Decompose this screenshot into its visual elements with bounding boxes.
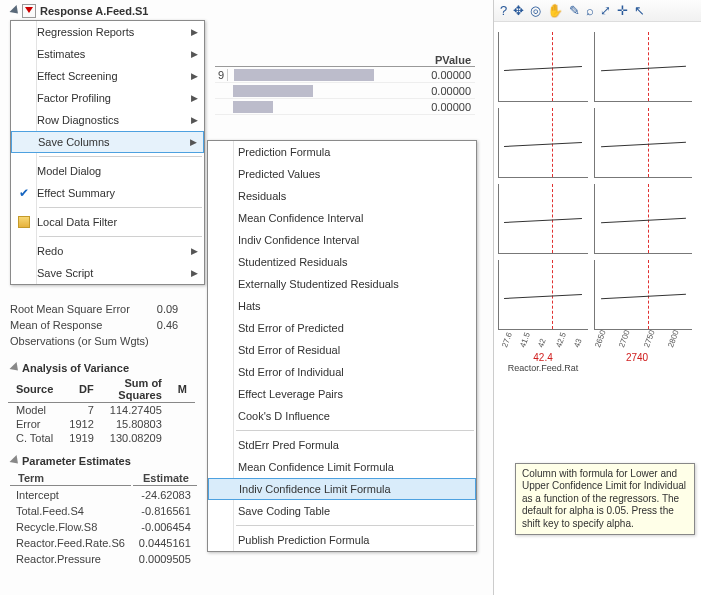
chart-panel[interactable] bbox=[498, 260, 588, 330]
param-table: TermEstimate Intercept-24.62083 Total.Fe… bbox=[8, 469, 199, 568]
grabber-icon[interactable]: ✋ bbox=[547, 3, 563, 18]
summary-of-fit: Root Mean Square Error0.09 Mean of Respo… bbox=[8, 300, 186, 350]
lasso-icon[interactable]: ⌕ bbox=[586, 3, 594, 18]
bar bbox=[234, 69, 374, 81]
row-frag: 9 bbox=[215, 69, 228, 81]
mean-val: 0.46 bbox=[157, 318, 184, 332]
cell: 1919 bbox=[61, 431, 101, 445]
chart-panel[interactable] bbox=[498, 32, 588, 102]
current-x-right[interactable]: 2740 bbox=[588, 352, 686, 363]
hotspot-icon[interactable] bbox=[22, 4, 36, 18]
cell: -0.816561 bbox=[133, 504, 197, 518]
filter-icon bbox=[18, 216, 30, 228]
effect-summary-background: PValue 90.00000 0.00000 0.00000 bbox=[215, 54, 475, 115]
disclosure-icon bbox=[9, 5, 21, 17]
graph-toolbar: ? ✥ ◎ ✋ ✎ ⌕ ⤢ ✛ ↖ bbox=[494, 0, 701, 22]
menu-prediction-formula[interactable]: Prediction Formula bbox=[208, 141, 476, 163]
anova-table: Source DF Sum ofSquares M Model7114.2740… bbox=[8, 376, 195, 445]
menu-stderr-predicted[interactable]: Std Error of Predicted bbox=[208, 317, 476, 339]
anova-title: Analysis of Variance bbox=[22, 362, 129, 374]
col-m: M bbox=[170, 376, 195, 403]
col-ss: Sum ofSquares bbox=[102, 376, 170, 403]
axis-name-right bbox=[588, 363, 686, 373]
arrow-icon[interactable]: ✥ bbox=[513, 3, 524, 18]
col-source: Source bbox=[8, 376, 61, 403]
menu-effect-screening[interactable]: Effect Screening▶ bbox=[11, 65, 204, 87]
menu-save-coding-table[interactable]: Save Coding Table bbox=[208, 500, 476, 522]
selection-icon[interactable]: ↖ bbox=[634, 3, 645, 18]
response-title: Response A.Feed.S1 bbox=[40, 5, 148, 17]
cell: 1912 bbox=[61, 417, 101, 431]
axis-name-left: Reactor.Feed.Rat bbox=[498, 363, 588, 373]
chart-panel[interactable] bbox=[498, 184, 588, 254]
cell: Total.Feed.S4 bbox=[10, 504, 131, 518]
x-ticks-left: 27.6 41.5 42 42.5 43 bbox=[498, 330, 588, 348]
menu-stderr-pred-formula[interactable]: StdErr Pred Formula bbox=[208, 434, 476, 456]
menu-ext-studentized-residuals[interactable]: Externally Studentized Residuals bbox=[208, 273, 476, 295]
menu-estimates[interactable]: Estimates▶ bbox=[11, 43, 204, 65]
cell: 7 bbox=[61, 403, 101, 418]
menu-stderr-residual[interactable]: Std Error of Residual bbox=[208, 339, 476, 361]
help-icon[interactable]: ? bbox=[500, 3, 507, 18]
menu-redo[interactable]: Redo▶ bbox=[11, 240, 204, 262]
menu-effect-leverage-pairs[interactable]: Effect Leverage Pairs bbox=[208, 383, 476, 405]
menu-row-diagnostics[interactable]: Row Diagnostics▶ bbox=[11, 109, 204, 131]
pvalue: 0.00000 bbox=[431, 69, 475, 81]
cell: Error bbox=[8, 417, 61, 431]
menu-indiv-ci[interactable]: Indiv Confidence Interval bbox=[208, 229, 476, 251]
cell: -0.006454 bbox=[133, 520, 197, 534]
col-est: Estimate bbox=[133, 471, 197, 486]
response-header[interactable]: Response A.Feed.S1 bbox=[8, 2, 485, 20]
menu-save-script[interactable]: Save Script▶ bbox=[11, 262, 204, 284]
disclosure-icon bbox=[9, 455, 21, 467]
mean-label: Mean of Response bbox=[10, 318, 155, 332]
menu-predicted-values[interactable]: Predicted Values bbox=[208, 163, 476, 185]
save-columns-submenu: Prediction Formula Predicted Values Resi… bbox=[207, 140, 477, 552]
cell: Intercept bbox=[10, 488, 131, 502]
chart-panel[interactable] bbox=[594, 260, 692, 330]
magnifier-icon[interactable]: ⤢ bbox=[600, 3, 611, 18]
obs-label: Observations (or Sum Wgts) bbox=[10, 334, 155, 348]
cell: Reactor.Feed.Rate.S6 bbox=[10, 536, 131, 550]
rmse-label: Root Mean Square Error bbox=[10, 302, 155, 316]
bar bbox=[233, 85, 313, 97]
cell: Reactor.Pressure bbox=[10, 552, 131, 566]
check-icon: ✔ bbox=[19, 186, 29, 200]
response-context-menu: Regression Reports▶ Estimates▶ Effect Sc… bbox=[10, 20, 205, 285]
cell: Recycle.Flow.S8 bbox=[10, 520, 131, 534]
chart-panel[interactable] bbox=[498, 108, 588, 178]
col-term: Term bbox=[10, 471, 131, 486]
menu-effect-summary[interactable]: ✔Effect Summary bbox=[11, 182, 204, 204]
cell: Model bbox=[8, 403, 61, 418]
cell: 0.0009505 bbox=[133, 552, 197, 566]
menu-hats[interactable]: Hats bbox=[208, 295, 476, 317]
menu-save-columns[interactable]: Save Columns▶ bbox=[11, 131, 204, 153]
disclosure-icon bbox=[9, 362, 21, 374]
chart-panel[interactable] bbox=[594, 32, 692, 102]
menu-mean-ci[interactable]: Mean Confidence Interval bbox=[208, 207, 476, 229]
menu-studentized-residuals[interactable]: Studentized Residuals bbox=[208, 251, 476, 273]
menu-publish-prediction-formula[interactable]: Publish Prediction Formula bbox=[208, 529, 476, 551]
current-x-left[interactable]: 42.4 bbox=[498, 352, 588, 363]
menu-mean-cl-formula[interactable]: Mean Confidence Limit Formula bbox=[208, 456, 476, 478]
cell: 0.0445161 bbox=[133, 536, 197, 550]
cell: 114.27405 bbox=[102, 403, 170, 418]
crosshairs-icon[interactable]: ✛ bbox=[617, 3, 628, 18]
brush-icon[interactable]: ✎ bbox=[569, 3, 580, 18]
menu-residuals[interactable]: Residuals bbox=[208, 185, 476, 207]
chart-panel[interactable] bbox=[594, 184, 692, 254]
tooltip: Column with formula for Lower and Upper … bbox=[515, 463, 695, 536]
menu-local-data-filter[interactable]: Local Data Filter bbox=[11, 211, 204, 233]
menu-indiv-cl-formula[interactable]: Indiv Confidence Limit Formula bbox=[208, 478, 476, 500]
menu-factor-profiling[interactable]: Factor Profiling▶ bbox=[11, 87, 204, 109]
param-title: Parameter Estimates bbox=[22, 455, 131, 467]
menu-cooks-d[interactable]: Cook's D Influence bbox=[208, 405, 476, 427]
col-df: DF bbox=[61, 376, 101, 403]
profiler-charts: 27.6 41.5 42 42.5 43 2650 2700 2750 2800… bbox=[494, 22, 701, 373]
chart-panel[interactable] bbox=[594, 108, 692, 178]
scroller-icon[interactable]: ◎ bbox=[530, 3, 541, 18]
menu-model-dialog[interactable]: Model Dialog bbox=[11, 160, 204, 182]
menu-regression-reports[interactable]: Regression Reports▶ bbox=[11, 21, 204, 43]
menu-stderr-individual[interactable]: Std Error of Individual bbox=[208, 361, 476, 383]
cell: -24.62083 bbox=[133, 488, 197, 502]
